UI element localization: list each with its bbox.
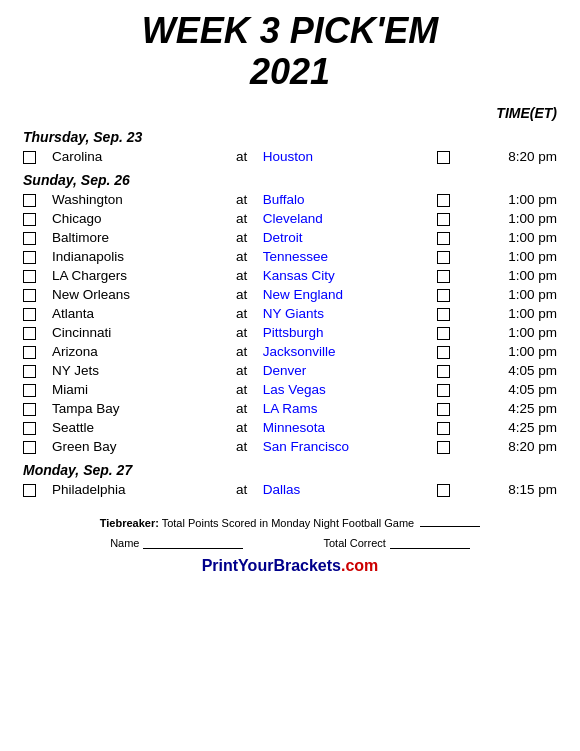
day-label: Monday, Sep. 27 — [20, 456, 560, 480]
home-team: LA Chargers — [49, 266, 223, 285]
away-checkbox-cell[interactable] — [434, 247, 463, 266]
away-checkbox-cell[interactable] — [434, 380, 463, 399]
home-checkbox-cell[interactable] — [20, 399, 49, 418]
game-time: 1:00 pm — [463, 190, 560, 209]
home-checkbox-cell[interactable] — [20, 266, 49, 285]
day-label: Thursday, Sep. 23 — [20, 123, 560, 147]
home-checkbox[interactable] — [23, 251, 36, 264]
away-checkbox[interactable] — [437, 251, 450, 264]
away-checkbox-cell[interactable] — [434, 361, 463, 380]
away-checkbox[interactable] — [437, 384, 450, 397]
home-checkbox[interactable] — [23, 346, 36, 359]
game-row: Seattle at Minnesota 4:25 pm — [20, 418, 560, 437]
home-checkbox-cell[interactable] — [20, 285, 49, 304]
home-checkbox-cell[interactable] — [20, 304, 49, 323]
away-checkbox[interactable] — [437, 346, 450, 359]
home-checkbox-cell[interactable] — [20, 361, 49, 380]
away-checkbox-cell[interactable] — [434, 190, 463, 209]
away-checkbox[interactable] — [437, 365, 450, 378]
home-checkbox-cell[interactable] — [20, 380, 49, 399]
home-checkbox[interactable] — [23, 327, 36, 340]
away-team: Denver — [260, 361, 434, 380]
home-checkbox[interactable] — [23, 213, 36, 226]
away-checkbox-cell[interactable] — [434, 399, 463, 418]
away-team: Jacksonville — [260, 342, 434, 361]
away-checkbox-cell[interactable] — [434, 323, 463, 342]
at-label: at — [223, 228, 259, 247]
game-time: 4:25 pm — [463, 399, 560, 418]
away-team: Pittsburgh — [260, 323, 434, 342]
away-checkbox[interactable] — [437, 327, 450, 340]
home-checkbox-cell[interactable] — [20, 228, 49, 247]
home-checkbox[interactable] — [23, 484, 36, 497]
away-team: Kansas City — [260, 266, 434, 285]
home-checkbox[interactable] — [23, 441, 36, 454]
home-checkbox[interactable] — [23, 308, 36, 321]
home-team: Tampa Bay — [49, 399, 223, 418]
tiebreaker-text: Total Points Scored in Monday Night Foot… — [162, 517, 415, 529]
game-row: Miami at Las Vegas 4:05 pm — [20, 380, 560, 399]
page-title: WEEK 3 PICK'EM 2021 — [20, 10, 560, 93]
home-checkbox-cell[interactable] — [20, 323, 49, 342]
away-team: NY Giants — [260, 304, 434, 323]
away-checkbox-cell[interactable] — [434, 147, 463, 166]
away-checkbox-cell[interactable] — [434, 418, 463, 437]
away-checkbox[interactable] — [437, 484, 450, 497]
away-checkbox[interactable] — [437, 403, 450, 416]
home-checkbox-cell[interactable] — [20, 418, 49, 437]
at-label: at — [223, 342, 259, 361]
total-underline — [390, 548, 470, 549]
away-checkbox-cell[interactable] — [434, 304, 463, 323]
away-checkbox[interactable] — [437, 422, 450, 435]
home-checkbox[interactable] — [23, 403, 36, 416]
away-checkbox[interactable] — [437, 213, 450, 226]
away-checkbox[interactable] — [437, 308, 450, 321]
home-team: Indianapolis — [49, 247, 223, 266]
home-team: Atlanta — [49, 304, 223, 323]
home-checkbox[interactable] — [23, 194, 36, 207]
away-checkbox[interactable] — [437, 270, 450, 283]
home-team: Washington — [49, 190, 223, 209]
away-checkbox[interactable] — [437, 151, 450, 164]
home-checkbox-cell[interactable] — [20, 247, 49, 266]
home-checkbox[interactable] — [23, 422, 36, 435]
away-checkbox-cell[interactable] — [434, 228, 463, 247]
home-checkbox-cell[interactable] — [20, 147, 49, 166]
home-team: New Orleans — [49, 285, 223, 304]
home-checkbox[interactable] — [23, 289, 36, 302]
at-label: at — [223, 399, 259, 418]
away-checkbox[interactable] — [437, 289, 450, 302]
home-checkbox-cell[interactable] — [20, 480, 49, 499]
away-checkbox[interactable] — [437, 194, 450, 207]
home-checkbox-cell[interactable] — [20, 209, 49, 228]
home-checkbox[interactable] — [23, 270, 36, 283]
away-checkbox-cell[interactable] — [434, 285, 463, 304]
home-checkbox[interactable] — [23, 232, 36, 245]
game-time: 8:20 pm — [463, 147, 560, 166]
home-checkbox-cell[interactable] — [20, 342, 49, 361]
home-checkbox-cell[interactable] — [20, 437, 49, 456]
home-team: Baltimore — [49, 228, 223, 247]
away-checkbox-cell[interactable] — [434, 437, 463, 456]
home-checkbox-cell[interactable] — [20, 190, 49, 209]
home-team: NY Jets — [49, 361, 223, 380]
home-checkbox[interactable] — [23, 384, 36, 397]
away-checkbox-cell[interactable] — [434, 480, 463, 499]
away-team: Buffalo — [260, 190, 434, 209]
home-checkbox[interactable] — [23, 365, 36, 378]
away-checkbox[interactable] — [437, 232, 450, 245]
home-checkbox[interactable] — [23, 151, 36, 164]
away-checkbox-cell[interactable] — [434, 342, 463, 361]
game-time: 1:00 pm — [463, 323, 560, 342]
away-checkbox-cell[interactable] — [434, 266, 463, 285]
brand-main: PrintYourBrackets — [202, 557, 341, 574]
tiebreaker-blank — [420, 526, 480, 527]
home-team: Miami — [49, 380, 223, 399]
day-header-row: Sunday, Sep. 26 — [20, 166, 560, 190]
away-checkbox[interactable] — [437, 441, 450, 454]
game-row: Washington at Buffalo 1:00 pm — [20, 190, 560, 209]
game-time: 8:15 pm — [463, 480, 560, 499]
at-label: at — [223, 285, 259, 304]
away-team: San Francisco — [260, 437, 434, 456]
away-checkbox-cell[interactable] — [434, 209, 463, 228]
